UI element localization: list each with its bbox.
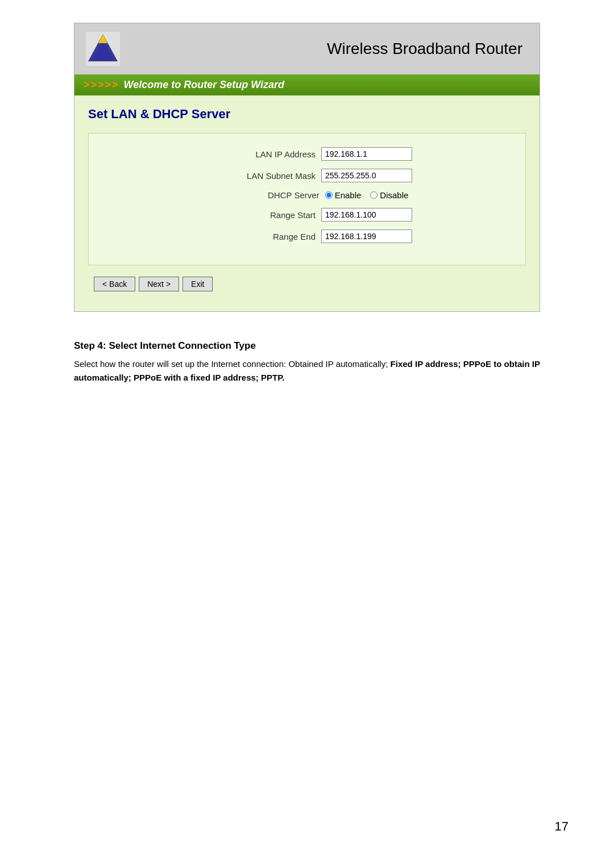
- dhcp-disable-label: Disable: [380, 190, 408, 200]
- router-logo-icon: [86, 32, 120, 66]
- banner-arrows-icon: >>>>>: [84, 79, 119, 91]
- router-panel: Wireless Broadband Router >>>>> Welcome …: [74, 23, 540, 312]
- step4-description-normal: Select how the router will set up the In…: [74, 359, 391, 369]
- button-row: < Back Next > Exit: [88, 277, 526, 291]
- dhcp-radio-group: Enable Disable: [325, 190, 409, 200]
- range-end-row: Range End: [106, 229, 508, 243]
- lan-ip-input[interactable]: [321, 147, 412, 161]
- banner-text: Welcome to Router Setup Wizard: [124, 79, 285, 91]
- step4-heading: Step 4: Select Internet Connection Type: [74, 340, 540, 352]
- router-header: Wireless Broadband Router: [74, 23, 540, 74]
- dhcp-enable-radio[interactable]: [325, 191, 333, 199]
- dhcp-enable-label: Enable: [335, 190, 362, 200]
- lan-ip-row: LAN IP Address: [106, 147, 508, 161]
- page-number: 17: [555, 819, 569, 834]
- form-area: LAN IP Address LAN Subnet Mask DHCP Serv…: [88, 133, 526, 265]
- range-start-input[interactable]: [321, 208, 412, 222]
- dhcp-server-row: DHCP Server Enable Disable: [106, 190, 508, 200]
- lan-ip-label: LAN IP Address: [202, 149, 316, 159]
- exit-button[interactable]: Exit: [182, 277, 213, 291]
- section-title: Set LAN & DHCP Server: [88, 107, 526, 122]
- range-end-label: Range End: [202, 232, 316, 241]
- step4-description: Select how the router will set up the In…: [74, 357, 540, 385]
- range-start-row: Range Start: [106, 208, 508, 222]
- dhcp-disable-option[interactable]: Disable: [370, 190, 408, 200]
- next-button[interactable]: Next >: [139, 277, 179, 291]
- lan-subnet-input[interactable]: [321, 169, 412, 182]
- lan-subnet-row: LAN Subnet Mask: [106, 169, 508, 182]
- range-end-input[interactable]: [321, 229, 412, 243]
- back-button[interactable]: < Back: [94, 277, 135, 291]
- dhcp-enable-option[interactable]: Enable: [325, 190, 362, 200]
- range-start-label: Range Start: [202, 210, 316, 220]
- welcome-banner: >>>>> Welcome to Router Setup Wizard: [74, 74, 540, 95]
- dhcp-disable-radio[interactable]: [370, 191, 377, 199]
- lan-subnet-label: LAN Subnet Mask: [202, 171, 316, 181]
- header-title: Wireless Broadband Router: [327, 40, 528, 58]
- dhcp-server-label: DHCP Server: [206, 190, 320, 200]
- below-content: Step 4: Select Internet Connection Type …: [74, 335, 540, 390]
- content-area: Set LAN & DHCP Server LAN IP Address LAN…: [74, 95, 540, 311]
